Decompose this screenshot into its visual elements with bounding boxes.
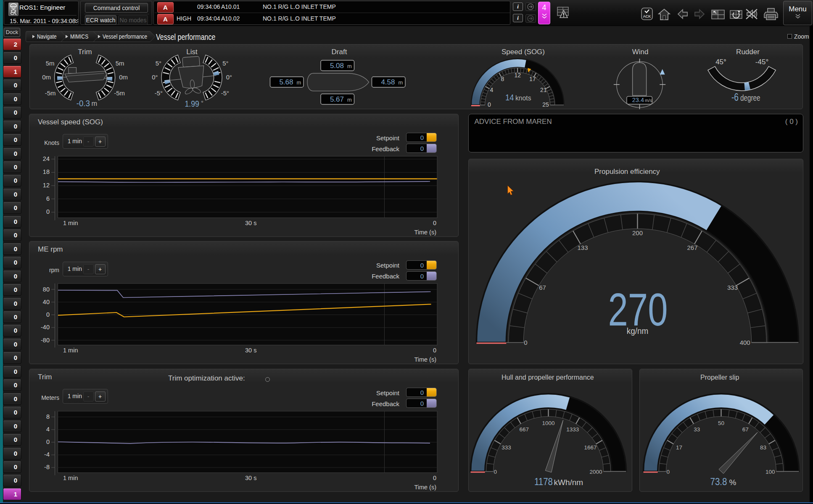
svg-text:MIMICS: MIMICS: [70, 33, 88, 40]
svg-text:-5°: -5°: [221, 89, 229, 97]
svg-text:333: 333: [727, 284, 737, 291]
svg-text:67: 67: [539, 284, 546, 291]
svg-text:5m: 5m: [46, 60, 55, 67]
svg-text:-6: -6: [731, 91, 739, 103]
svg-text:-0.3: -0.3: [77, 98, 90, 108]
svg-text:1000: 1000: [542, 420, 554, 426]
svg-text:m: m: [347, 63, 352, 69]
svg-text:4: 4: [490, 87, 494, 93]
svg-text:0: 0: [667, 468, 670, 475]
svg-text:1333: 1333: [566, 426, 579, 433]
svg-text:2000: 2000: [589, 468, 602, 475]
svg-text:400: 400: [739, 339, 750, 346]
svg-text:667: 667: [519, 426, 529, 433]
svg-text:5.68: 5.68: [279, 78, 293, 86]
svg-text:333: 333: [502, 444, 511, 450]
svg-text:m: m: [347, 97, 352, 103]
svg-text:5°: 5°: [156, 60, 161, 67]
svg-text:-5°: -5°: [155, 89, 163, 97]
svg-text:50: 50: [718, 420, 724, 426]
svg-text:21: 21: [540, 87, 547, 93]
svg-text:knots: knots: [515, 94, 531, 102]
svg-text:m: m: [399, 79, 403, 86]
svg-text:25: 25: [542, 101, 549, 108]
svg-text:5°: 5°: [222, 60, 228, 67]
svg-text:0m: 0m: [42, 74, 51, 81]
svg-text:14: 14: [505, 93, 514, 102]
svg-text:kg/nm: kg/nm: [626, 326, 648, 336]
svg-text:0: 0: [494, 468, 497, 475]
svg-text:Vessel performance: Vessel performance: [103, 33, 147, 40]
svg-text:0°: 0°: [226, 74, 232, 81]
svg-text:ACK: ACK: [643, 14, 651, 18]
svg-text:0: 0: [524, 339, 527, 346]
svg-text:17: 17: [529, 76, 536, 82]
svg-text:23.4: 23.4: [632, 97, 644, 103]
svg-text:0m: 0m: [119, 74, 128, 81]
svg-text:Navigate: Navigate: [37, 33, 57, 40]
svg-text:degree: degree: [740, 93, 760, 102]
svg-text:°: °: [201, 99, 203, 106]
svg-text:33: 33: [694, 426, 700, 433]
svg-text:5.08: 5.08: [330, 62, 344, 70]
svg-text:m: m: [92, 100, 98, 107]
svg-text:133: 133: [577, 244, 588, 251]
svg-text:Trim: Trim: [78, 48, 92, 56]
svg-text:5.67: 5.67: [330, 95, 344, 103]
svg-text:1667: 1667: [584, 444, 597, 450]
svg-text:73.8: 73.8: [710, 476, 727, 487]
svg-text:8: 8: [501, 76, 504, 82]
svg-text:0: 0: [488, 101, 491, 108]
svg-text:67: 67: [742, 426, 749, 433]
svg-text:m/s: m/s: [645, 98, 652, 103]
svg-text:-5m: -5m: [45, 89, 56, 97]
svg-text:List: List: [186, 48, 198, 56]
svg-text:-45°: -45°: [755, 58, 768, 66]
svg-text:0°: 0°: [152, 74, 158, 81]
svg-text:17: 17: [676, 444, 682, 450]
svg-text:83: 83: [760, 444, 766, 450]
svg-text:kWh/nm: kWh/nm: [554, 478, 583, 486]
svg-text:267: 267: [687, 244, 697, 251]
svg-text:Wind: Wind: [632, 48, 649, 56]
svg-text:4.58: 4.58: [381, 78, 395, 86]
svg-text:5m: 5m: [116, 60, 124, 67]
svg-text:1178: 1178: [534, 476, 553, 487]
svg-text:Rudder: Rudder: [736, 48, 760, 56]
svg-text:200: 200: [632, 229, 642, 236]
svg-text:12: 12: [514, 72, 521, 79]
svg-text:1.99: 1.99: [185, 99, 199, 108]
svg-text:45°: 45°: [715, 58, 726, 66]
svg-text:100: 100: [765, 468, 775, 475]
svg-text:Speed (SOG): Speed (SOG): [502, 48, 545, 56]
svg-text:Draft: Draft: [332, 48, 347, 56]
svg-text:-5m: -5m: [114, 89, 125, 97]
svg-text:m: m: [297, 79, 301, 86]
svg-text:%: %: [729, 478, 736, 486]
